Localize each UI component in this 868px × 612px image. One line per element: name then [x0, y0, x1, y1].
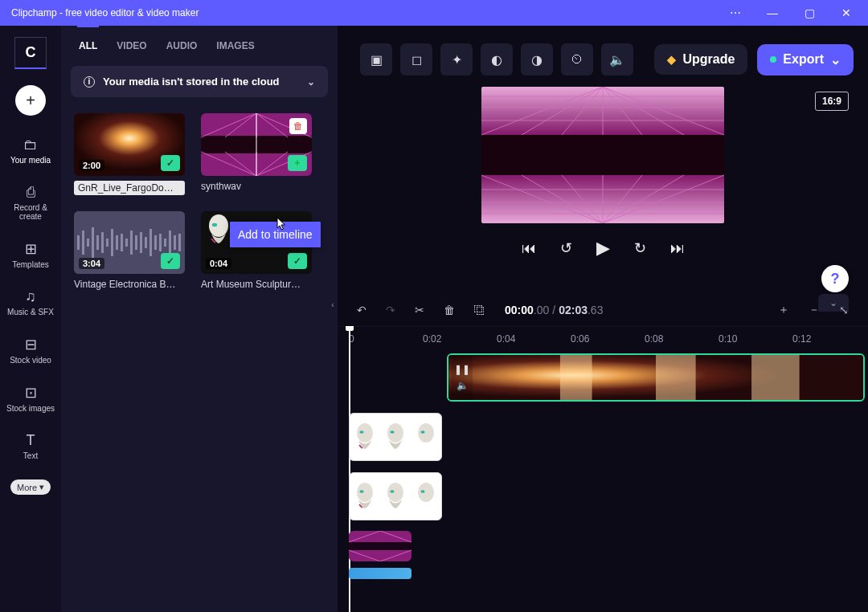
add-track-button[interactable]: ＋	[778, 303, 789, 317]
timeline-toolbar: ‹ ↶ ↷ ✂ 🗑 ⿻ 00:00.00/02:03.63 ＋ － ⤡	[338, 294, 868, 326]
left-nav-rail: C + 🗀 Your media ⎙ Record & create ⊞ Tem…	[0, 26, 61, 612]
nav-templates[interactable]: ⊞ Templates	[3, 235, 58, 274]
music-icon: ♫	[3, 288, 58, 305]
remove-track-button[interactable]: －	[809, 303, 820, 317]
svg-rect-25	[116, 235, 118, 250]
volume-tool-button[interactable]: 🔈	[601, 43, 633, 75]
timeline-ruler[interactable]: 0 0:02 0:04 0:06 0:08 0:10 0:12	[338, 326, 868, 350]
svg-rect-67	[656, 355, 696, 400]
svg-rect-44	[481, 135, 724, 175]
add-media-button[interactable]: +	[15, 85, 46, 116]
media-item[interactable]: 2:00 ✓ GnR_Live_FargoDo…	[74, 113, 185, 195]
split-button[interactable]: ✂	[415, 304, 424, 316]
ruler-tick: 0:10	[719, 333, 792, 345]
ruler-tick: 0	[349, 333, 423, 345]
forward-5s-button[interactable]: ↻	[634, 239, 646, 257]
svg-rect-18	[82, 231, 84, 255]
duration-badge: 3:04	[79, 258, 104, 269]
minimize-button[interactable]: ―	[754, 0, 791, 26]
close-button[interactable]: ✕	[828, 0, 865, 26]
delete-clip-button[interactable]: 🗑	[444, 304, 455, 316]
audio-icon[interactable]: 🔈	[457, 380, 469, 391]
nav-label: Stock video	[10, 356, 51, 365]
add-to-timeline-button[interactable]: +	[288, 155, 307, 171]
nav-text[interactable]: T Text	[3, 427, 58, 465]
tab-all[interactable]: ALL	[79, 40, 97, 51]
upgrade-button[interactable]: ◆ Upgrade	[654, 44, 747, 75]
effects-tool-button[interactable]: ✦	[440, 43, 473, 75]
nav-label: Your media	[10, 156, 51, 165]
track-row[interactable]	[349, 410, 868, 464]
nav-stock-video[interactable]: ⊟ Stock video	[3, 331, 58, 369]
nav-stock-images[interactable]: ⊡ Stock images	[3, 379, 58, 418]
media-thumbnail[interactable]: 2:00 ✓	[74, 113, 185, 176]
svg-point-40	[212, 223, 217, 226]
svg-rect-28	[130, 231, 133, 255]
transport-controls: ⏮ ↺ ▶ ↻ ⏭	[522, 238, 685, 259]
duplicate-button[interactable]: ⿻	[474, 304, 485, 316]
nav-record-create[interactable]: ⎙ Record & create	[3, 179, 58, 226]
aspect-ratio-button[interactable]: 16:9	[815, 92, 849, 111]
nav-your-media[interactable]: 🗀 Your media	[3, 132, 58, 169]
text-icon: T	[3, 432, 58, 449]
svg-point-73	[418, 423, 434, 443]
crop-tool-button[interactable]: ◻	[400, 43, 432, 75]
nav-more-button[interactable]: More▾	[10, 479, 51, 495]
redo-button[interactable]: ↷	[386, 304, 395, 316]
track-row[interactable]	[349, 565, 868, 581]
media-thumbnail[interactable]: 🗑 +	[201, 113, 312, 176]
app-logo: C	[14, 37, 47, 69]
audio-clip[interactable]	[349, 568, 411, 579]
video-clip[interactable]	[349, 531, 411, 561]
chevron-down-icon: ▾	[39, 482, 44, 492]
tab-audio[interactable]: AUDIO	[166, 40, 198, 51]
track-row[interactable]: GnR_Live_FargoDome_01a.mp… ❚❚ 🔈	[349, 350, 868, 405]
chevron-down-icon: ⌄	[830, 52, 841, 67]
svg-rect-37	[174, 235, 176, 250]
pause-icon[interactable]: ❚❚	[454, 364, 470, 375]
check-icon: ✓	[161, 253, 180, 269]
tab-images[interactable]: IMAGES	[216, 40, 254, 51]
check-icon: ✓	[288, 253, 307, 269]
collapse-library-button[interactable]: ‹	[328, 296, 338, 313]
svg-point-75	[357, 483, 373, 502]
video-clip[interactable]	[349, 472, 442, 520]
rewind-5s-button[interactable]: ↺	[560, 239, 572, 257]
export-button[interactable]: Export ⌄	[757, 44, 854, 75]
track-row[interactable]	[349, 528, 868, 564]
media-item[interactable]: 3:04 ✓ Vintage Electronica B…	[74, 211, 185, 290]
skip-start-button[interactable]: ⏮	[522, 240, 536, 257]
skip-end-button[interactable]: ⏭	[670, 240, 685, 257]
filter-tool-button[interactable]: ◑	[521, 43, 553, 75]
speed-tool-button[interactable]: ⏲	[561, 43, 593, 75]
video-clip[interactable]: GnR_Live_FargoDome_01a.mp… ❚❚ 🔈	[447, 353, 865, 402]
video-clip[interactable]	[349, 413, 442, 461]
undo-button[interactable]: ↶	[357, 304, 366, 316]
media-thumbnail[interactable]: 3:04 ✓	[74, 211, 185, 274]
nav-label: Music & SFX	[7, 308, 54, 316]
delete-media-button[interactable]: 🗑	[289, 118, 307, 134]
timeline[interactable]: 0 0:02 0:04 0:06 0:08 0:10 0:12 GnR_Live…	[338, 326, 868, 612]
svg-point-69	[357, 423, 373, 443]
svg-rect-22	[101, 232, 104, 253]
maximize-button[interactable]: ▢	[791, 0, 828, 26]
layout-tool-button[interactable]: ▣	[360, 43, 392, 75]
play-button[interactable]: ▶	[596, 238, 610, 259]
media-item[interactable]: 🗑 + synthwav	[201, 113, 312, 195]
svg-point-80	[420, 490, 424, 493]
ruler-tick: 0:08	[645, 333, 719, 345]
adjust-tool-button[interactable]: ◐	[481, 43, 513, 75]
templates-icon: ⊞	[3, 240, 58, 258]
more-options-button[interactable]: ⋯	[717, 0, 754, 26]
nav-music-sfx[interactable]: ♫ Music & SFX	[3, 284, 58, 321]
fit-zoom-button[interactable]: ⤡	[839, 304, 849, 316]
help-button[interactable]: ?	[821, 265, 849, 292]
preview-canvas[interactable]	[481, 87, 724, 223]
svg-rect-33	[154, 235, 157, 250]
cloud-storage-banner[interactable]: i Your media isn't stored in the cloud ⌄	[71, 66, 328, 97]
tab-video[interactable]: VIDEO	[117, 40, 146, 51]
window-controls: ⋯ ― ▢ ✕	[717, 0, 865, 26]
track-row[interactable]	[349, 469, 868, 524]
nav-label: Record & create	[14, 203, 47, 221]
media-library-panel: ALL VIDEO AUDIO IMAGES i Your media isn'…	[61, 26, 338, 612]
